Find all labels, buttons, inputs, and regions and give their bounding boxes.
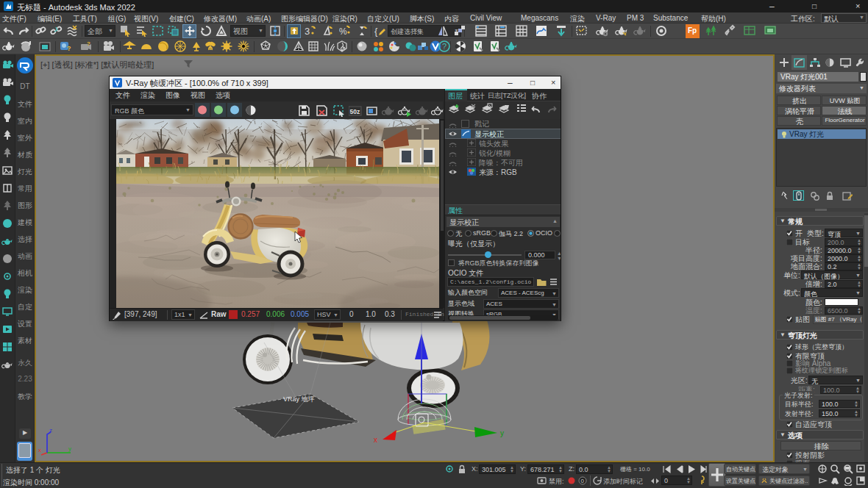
svg-text:%: %	[339, 26, 347, 37]
svg-text:50z: 50z	[350, 108, 360, 115]
svg-text:VRay 地坪: VRay 地坪	[283, 395, 315, 403]
svg-text:y: y	[500, 429, 504, 437]
svg-text:y: y	[68, 445, 71, 452]
svg-text:z: z	[49, 427, 52, 434]
svg-text:?: ?	[67, 45, 71, 52]
svg-text:3: 3	[305, 26, 310, 37]
svg-text:{: {	[374, 26, 378, 37]
svg-text:0: 0	[581, 478, 585, 484]
svg-text:x: x	[38, 447, 41, 453]
svg-text:?: ?	[87, 40, 90, 47]
svg-text:x: x	[374, 436, 377, 444]
svg-text:?: ?	[442, 42, 447, 51]
